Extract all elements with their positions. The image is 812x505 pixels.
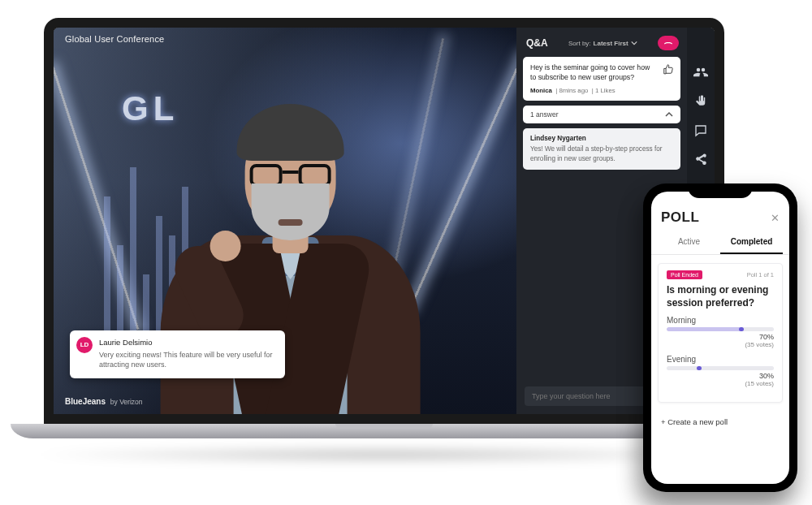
comment-author: Laurie Delsimio bbox=[99, 338, 277, 347]
option-result: 30% (15 votes) bbox=[667, 372, 774, 387]
presenter-beard bbox=[252, 183, 330, 240]
option-votes: (35 votes) bbox=[667, 341, 774, 348]
poll-option-evening: Evening 30% (15 votes) bbox=[667, 355, 774, 387]
answer-author: Lindsey Nygarten bbox=[530, 135, 673, 142]
brand: BlueJeans by Verizon bbox=[65, 397, 143, 406]
answers-count: 1 answer bbox=[530, 110, 559, 119]
poll-status-badge: Poll Ended bbox=[667, 270, 702, 279]
question-meta: Monica | 8mins ago | 1 Likes bbox=[530, 87, 673, 94]
poll-title: POLL bbox=[661, 209, 699, 226]
option-fill bbox=[667, 327, 741, 331]
sort-value: Latest First bbox=[594, 40, 628, 47]
poll-question: Is morning or evening session preferred? bbox=[667, 284, 774, 309]
comment-text: Very exciting news! This feature will be… bbox=[99, 350, 277, 370]
video-area: GL bbox=[54, 28, 516, 414]
answer-card: Lindsey Nygarten Yes! We will detail a s… bbox=[523, 128, 680, 169]
question-time: 8mins ago bbox=[559, 87, 588, 94]
poll-index: Poll 1 of 1 bbox=[747, 271, 774, 278]
qa-body: Hey is the seminar going to cover how to… bbox=[516, 57, 687, 170]
people-icon[interactable] bbox=[693, 65, 708, 80]
phone-hangup-icon bbox=[663, 38, 673, 48]
brand-byline: by Verizon bbox=[110, 398, 143, 406]
tab-active[interactable]: Active bbox=[658, 231, 720, 254]
phone-notch bbox=[688, 183, 753, 198]
answers-toggle[interactable]: 1 answer bbox=[523, 106, 680, 123]
chevron-down-icon bbox=[631, 40, 637, 46]
laptop-shadow bbox=[28, 445, 741, 464]
poll-tabs: Active Completed bbox=[651, 231, 789, 255]
sort-label: Sort by: bbox=[568, 40, 591, 47]
presenter-hair bbox=[237, 104, 344, 161]
question-card[interactable]: Hey is the seminar going to cover how to… bbox=[523, 57, 680, 101]
option-pct: 30% bbox=[759, 372, 774, 380]
option-bar bbox=[667, 366, 774, 370]
hand-raise-icon[interactable] bbox=[693, 94, 708, 109]
option-result: 70% (35 votes) bbox=[667, 333, 774, 348]
qa-title: Q&A bbox=[526, 37, 548, 49]
option-cap bbox=[697, 366, 702, 370]
share-icon[interactable] bbox=[693, 153, 708, 167]
option-pct: 70% bbox=[759, 333, 774, 341]
tab-completed[interactable]: Completed bbox=[720, 231, 783, 254]
sort-dropdown[interactable]: Sort by: Latest First bbox=[568, 40, 637, 47]
chevron-up-icon bbox=[665, 110, 673, 119]
option-label: Morning bbox=[667, 316, 774, 325]
question-likes: 1 Likes bbox=[595, 87, 615, 94]
option-votes: (15 votes) bbox=[667, 380, 774, 387]
presenter-head bbox=[245, 119, 336, 232]
poll-card: Poll Ended Poll 1 of 1 Is morning or eve… bbox=[658, 263, 783, 403]
poll-option-morning: Morning 70% (35 votes) bbox=[667, 316, 774, 348]
presenter-hand bbox=[210, 231, 241, 261]
question-author: Monica bbox=[530, 87, 552, 94]
laptop-screen: GL bbox=[44, 18, 724, 424]
phone-frame: POLL ✕ Active Completed Poll Ended Poll … bbox=[643, 183, 797, 492]
question-text: Hey is the seminar going to cover how to… bbox=[530, 63, 673, 82]
brand-name: BlueJeans bbox=[65, 397, 106, 406]
option-label: Evening bbox=[667, 355, 774, 364]
chat-icon[interactable] bbox=[693, 123, 708, 138]
answer-text: Yes! We will detail a step-by-step proce… bbox=[530, 145, 673, 162]
option-bar bbox=[667, 327, 774, 331]
laptop-frame: GL bbox=[44, 18, 724, 456]
phone-screen: POLL ✕ Active Completed Poll Ended Poll … bbox=[651, 192, 789, 484]
qa-header: Q&A Sort by: Latest First bbox=[516, 28, 687, 57]
option-cap bbox=[739, 327, 744, 331]
thumbs-up-icon[interactable] bbox=[663, 63, 674, 75]
app: GL bbox=[54, 28, 715, 414]
event-title: Global User Conference bbox=[65, 34, 164, 44]
avatar: LD bbox=[76, 337, 93, 353]
end-call-button[interactable] bbox=[658, 36, 679, 50]
create-poll-button[interactable]: Create a new poll bbox=[651, 411, 789, 433]
light-beam bbox=[409, 55, 516, 309]
comment-toast: LD Laurie Delsimio Very exciting news! T… bbox=[70, 330, 285, 378]
close-icon[interactable]: ✕ bbox=[771, 212, 780, 224]
